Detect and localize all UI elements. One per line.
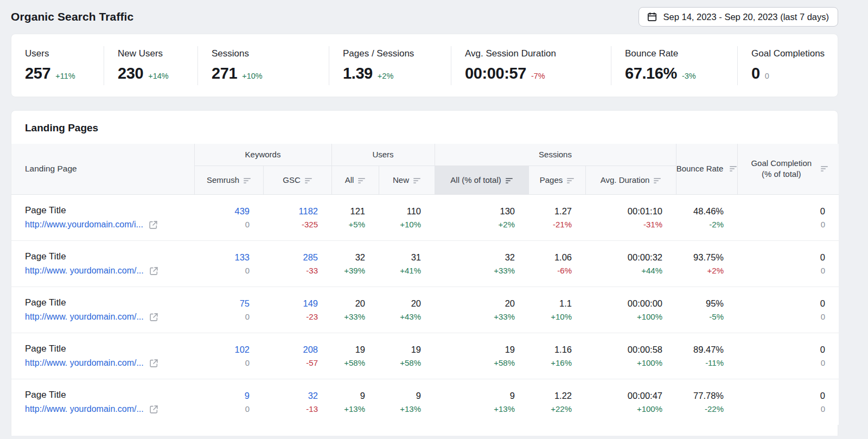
stat-delta: -7% — [531, 72, 545, 80]
goal-completion-cell: 00 — [737, 194, 839, 240]
stat-avg-session-duration: Avg. Session Duration 00:00:57-7% — [451, 48, 611, 82]
page-url-link[interactable]: http://www. yourdomain.com/... — [25, 358, 144, 368]
stat-value: 230 — [118, 65, 143, 82]
bounce-rate-cell: 93.75%+2% — [676, 240, 737, 287]
sort-icon — [358, 178, 365, 183]
keyword-count-link[interactable]: 149 — [263, 298, 318, 309]
col-header-bounce-rate[interactable]: Bounce Rate — [676, 144, 737, 194]
avg-duration-cell: 00:01:10-31% — [585, 194, 676, 240]
landing-page-cell: Page Title http://www. yourdomain.com/..… — [11, 240, 194, 287]
stat-new-users: New Users 230+14% — [104, 48, 197, 82]
stat-value: 271 — [212, 65, 237, 82]
col-header-sessions-all-pct[interactable]: All (% of total) — [435, 166, 528, 194]
keyword-count-link[interactable]: 32 — [263, 391, 318, 401]
sort-icon — [730, 166, 737, 171]
users-all-cell: 9+13% — [331, 379, 379, 425]
users-all-cell: 20+33% — [331, 287, 379, 333]
stat-delta: +2% — [378, 72, 393, 80]
users-new-cell: 19+58% — [379, 333, 435, 379]
table-row: Page Title http://www. yourdomain.com/..… — [11, 333, 839, 379]
keyword-count-link[interactable]: 102 — [194, 345, 250, 355]
keyword-count-link[interactable]: 439 — [194, 206, 250, 217]
avg-duration-cell: 00:00:00+100% — [585, 287, 676, 333]
sort-icon — [413, 178, 420, 183]
external-link-icon[interactable] — [149, 220, 158, 230]
users-new-cell: 110+10% — [379, 194, 435, 240]
table-row: Page Title http://www. yourdomain.com/..… — [11, 240, 839, 287]
avg-duration-cell: 00:00:32+44% — [585, 240, 676, 287]
keyword-count-link[interactable]: 75 — [194, 298, 250, 309]
date-range-picker[interactable]: Sep 14, 2023 - Sep 20, 2023 (last 7 days… — [639, 7, 838, 27]
sort-icon — [821, 166, 828, 171]
col-header-gsc[interactable]: GSC — [263, 166, 331, 194]
stat-value: 1.39 — [343, 65, 373, 82]
semrush-keywords-cell: 750 — [194, 287, 263, 333]
stat-pages-per-session: Pages / Sessions 1.39+2% — [329, 48, 451, 82]
external-link-icon[interactable] — [149, 405, 158, 414]
page-url-link[interactable]: http://www.yourdomain.com/i... — [25, 220, 143, 230]
sessions-pages-cell: 1.27-21% — [528, 194, 585, 240]
keyword-count-link[interactable]: 208 — [263, 345, 318, 355]
page-title: Organic Search Traffic — [11, 10, 133, 23]
users-all-cell: 32+39% — [331, 240, 379, 287]
table-row: Page Title http://www. yourdomain.com/..… — [11, 287, 839, 333]
landing-page-cell: Page Title http://www. yourdomain.com/..… — [11, 287, 194, 333]
landing-page-cell: Page Title http://www.yourdomain.com/i..… — [11, 194, 194, 240]
col-group-users: Users — [331, 144, 435, 166]
semrush-keywords-cell: 90 — [194, 379, 263, 425]
col-header-users-all[interactable]: All — [331, 166, 379, 194]
users-new-cell: 20+43% — [379, 287, 435, 333]
semrush-keywords-cell: 1020 — [194, 333, 263, 379]
sort-icon — [506, 178, 513, 183]
sessions-all-cell: 32+33% — [435, 240, 528, 287]
goal-completion-cell: 00 — [737, 240, 839, 287]
col-header-landing-page: Landing Page — [11, 144, 194, 194]
stat-sessions: Sessions 271+10% — [198, 48, 329, 82]
page-title-text: Page Title — [25, 343, 194, 354]
bounce-rate-cell: 89.47%-11% — [676, 333, 737, 379]
col-header-sessions-pages[interactable]: Pages — [528, 166, 585, 194]
sort-icon — [305, 178, 312, 183]
stat-bounce-rate: Bounce Rate 67.16%-3% — [611, 48, 737, 82]
landing-pages-table: Landing Page Keywords Users Sessions Bou… — [11, 144, 839, 425]
external-link-icon[interactable] — [149, 359, 158, 368]
page-title-text: Page Title — [25, 390, 194, 400]
external-link-icon[interactable] — [149, 313, 158, 322]
gsc-keywords-cell: 32-13 — [263, 379, 331, 425]
col-header-semrush[interactable]: Semrush — [194, 166, 263, 194]
page-url-link[interactable]: http://www. yourdomain.com/... — [25, 266, 144, 276]
sessions-pages-cell: 1.06-6% — [528, 240, 585, 287]
page-title-text: Page Title — [25, 205, 194, 216]
col-header-avg-duration[interactable]: Avg. Duration — [585, 166, 676, 194]
gsc-keywords-cell: 285-33 — [263, 240, 331, 287]
stat-delta: +14% — [148, 72, 169, 80]
page-url-link[interactable]: http://www. yourdomain.com/... — [25, 404, 144, 414]
page-url-link[interactable]: http://www. yourdomain.com/... — [25, 312, 144, 322]
sort-icon — [654, 178, 661, 183]
keyword-count-link[interactable]: 133 — [194, 252, 250, 263]
col-header-users-new[interactable]: New — [379, 166, 435, 194]
goal-completion-cell: 00 — [737, 333, 839, 379]
stat-value: 00:00:57 — [465, 65, 526, 82]
stat-value: 257 — [25, 65, 50, 82]
users-all-cell: 121+5% — [331, 194, 379, 240]
sessions-all-cell: 9+13% — [435, 379, 528, 425]
calendar-icon — [647, 11, 658, 22]
keyword-count-link[interactable]: 285 — [263, 252, 318, 263]
sort-icon — [567, 178, 574, 183]
landing-pages-title: Landing Pages — [11, 111, 838, 144]
col-group-sessions: Sessions — [435, 144, 676, 166]
stat-delta: +10% — [242, 72, 263, 80]
date-range-label: Sep 14, 2023 - Sep 20, 2023 (last 7 days… — [663, 12, 829, 22]
users-new-cell: 9+13% — [379, 379, 435, 425]
keyword-count-link[interactable]: 1182 — [263, 206, 318, 217]
bounce-rate-cell: 48.46%-2% — [676, 194, 737, 240]
stat-delta: +11% — [55, 72, 75, 80]
col-header-goal-completion[interactable]: Goal Completion (% of total) — [737, 144, 839, 194]
table-row: Page Title http://www.yourdomain.com/i..… — [11, 194, 839, 240]
keyword-count-link[interactable]: 9 — [194, 391, 250, 401]
gsc-keywords-cell: 149-23 — [263, 287, 331, 333]
external-link-icon[interactable] — [149, 266, 158, 276]
users-all-cell: 19+58% — [331, 333, 379, 379]
sort-icon — [244, 178, 251, 183]
